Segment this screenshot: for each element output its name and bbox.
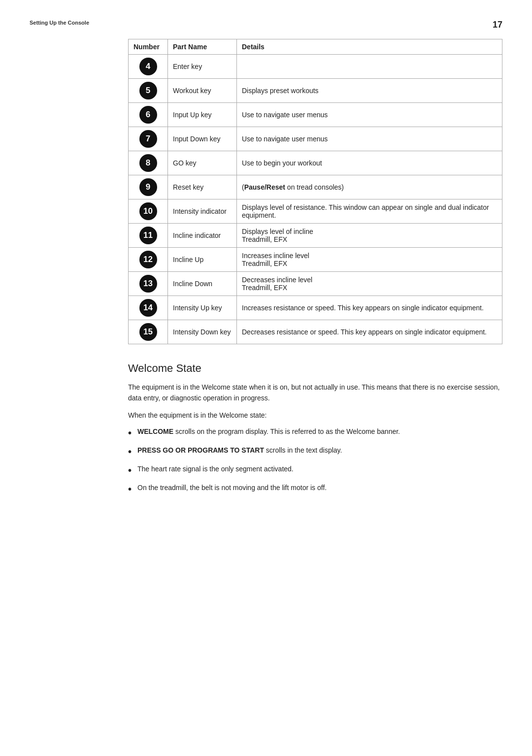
table-row: 13Incline DownDecreases incline levelTre… [129,272,502,296]
welcome-state-para1: The equipment is in the Welcome state wh… [128,382,502,404]
number-badge: 12 [139,251,157,268]
row-number-cell: 6 [129,103,168,127]
col-number: Number [129,39,168,55]
number-badge: 7 [139,130,157,148]
list-item: PRESS GO OR PROGRAMS TO START scrolls in… [128,445,502,459]
row-number-cell: 11 [129,224,168,248]
row-part-name-cell: Enter key [168,55,237,79]
row-part-name-cell: Workout key [168,79,237,103]
row-part-name-cell: Incline Up [168,248,237,272]
welcome-state-title: Welcome State [128,362,502,375]
table-row: 11Incline indicatorDisplays level of inc… [129,224,502,248]
row-details-cell: Displays level of resistance. This windo… [237,199,502,224]
col-part-name: Part Name [168,39,237,55]
row-part-name-cell: Incline indicator [168,224,237,248]
table-header-row: Number Part Name Details [129,39,502,55]
row-part-name-cell: GO key [168,151,237,175]
row-number-cell: 8 [129,151,168,175]
content-area: Number Part Name Details 4Enter key5Work… [128,39,502,496]
table-row: 10Intensity indicatorDisplays level of r… [129,199,502,224]
row-part-name-cell: Incline Down [168,272,237,296]
row-part-name-cell: Input Up key [168,103,237,127]
table-row: 14Intensity Up keyIncreases resistance o… [129,296,502,320]
col-details: Details [237,39,502,55]
table-row: 8GO keyUse to begin your workout [129,151,502,175]
row-details-cell: Displays preset workouts [237,79,502,103]
page-number: 17 [493,20,502,30]
row-part-name-cell: Intensity indicator [168,199,237,224]
table-row: 9Reset key(Pause/Reset on tread consoles… [129,175,502,199]
table-row: 6Input Up keyUse to navigate user menus [129,103,502,127]
row-details-cell: Use to begin your workout [237,151,502,175]
welcome-state-para2: When the equipment is in the Welcome sta… [128,410,502,421]
number-badge: 5 [139,82,157,99]
welcome-state-section: Welcome State The equipment is in the We… [128,362,502,496]
parts-table: Number Part Name Details 4Enter key5Work… [128,39,502,344]
section-label: Setting Up the Console [30,20,89,26]
table-row: 4Enter key [129,55,502,79]
row-number-cell: 13 [129,272,168,296]
row-details-cell [237,55,502,79]
row-details-cell: Decreases resistance or speed. This key … [237,320,502,344]
row-number-cell: 7 [129,127,168,151]
table-row: 7Input Down keyUse to navigate user menu… [129,127,502,151]
row-part-name-cell: Input Down key [168,127,237,151]
number-badge: 15 [139,323,157,341]
row-details-cell: Increases resistance or speed. This key … [237,296,502,320]
welcome-state-bullets: WELCOME scrolls on the program display. … [128,427,502,496]
number-badge: 11 [139,227,157,244]
number-badge: 9 [139,178,157,196]
table-row: 5Workout keyDisplays preset workouts [129,79,502,103]
row-number-cell: 15 [129,320,168,344]
row-number-cell: 4 [129,55,168,79]
number-badge: 8 [139,154,157,172]
page-header: Setting Up the Console 17 [30,20,502,30]
row-part-name-cell: Reset key [168,175,237,199]
row-details-cell: (Pause/Reset on tread consoles) [237,175,502,199]
number-badge: 10 [139,202,157,220]
row-number-cell: 9 [129,175,168,199]
number-badge: 6 [139,106,157,124]
row-number-cell: 14 [129,296,168,320]
number-badge: 14 [139,299,157,317]
row-number-cell: 10 [129,199,168,224]
list-item: On the treadmill, the belt is not moving… [128,483,502,496]
list-item: The heart rate signal is the only segmen… [128,464,502,478]
table-row: 15Intensity Down keyDecreases resistance… [129,320,502,344]
row-number-cell: 12 [129,248,168,272]
row-details-cell: Displays level of inclineTreadmill, EFX [237,224,502,248]
row-details-cell: Increases incline levelTreadmill, EFX [237,248,502,272]
row-part-name-cell: Intensity Down key [168,320,237,344]
number-badge: 13 [139,275,157,293]
row-details-cell: Use to navigate user menus [237,103,502,127]
list-item: WELCOME scrolls on the program display. … [128,427,502,440]
row-details-cell: Use to navigate user menus [237,127,502,151]
table-row: 12Incline UpIncreases incline levelTread… [129,248,502,272]
row-number-cell: 5 [129,79,168,103]
row-details-cell: Decreases incline levelTreadmill, EFX [237,272,502,296]
number-badge: 4 [139,58,157,75]
row-part-name-cell: Intensity Up key [168,296,237,320]
